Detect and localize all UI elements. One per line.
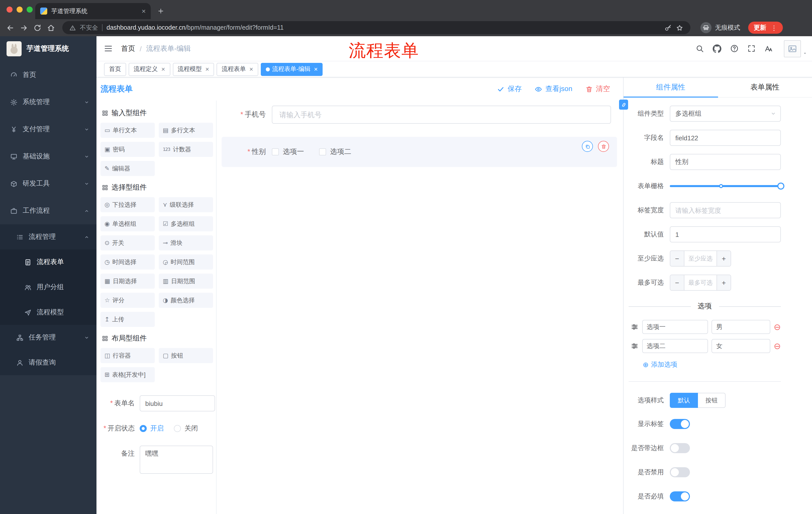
add-option-button[interactable]: ⊕ 添加选项 — [643, 360, 781, 369]
sidebar-item-infrastructure[interactable]: 基础设施 — [0, 143, 96, 170]
palette-item-switch[interactable]: ⊙开关 — [100, 235, 155, 250]
forward-icon[interactable] — [20, 23, 28, 32]
copy-component-button[interactable] — [582, 141, 593, 152]
palette-item-checkbox-group[interactable]: ☑多选框组 — [159, 216, 213, 231]
minimize-window-button[interactable] — [17, 6, 23, 12]
palette-item-cascader[interactable]: ⋎级联选择 — [159, 197, 213, 212]
hamburger-icon[interactable] — [104, 44, 113, 53]
sidebar-logo[interactable]: 芋道管理系统 — [0, 36, 96, 61]
sidebar-item-process-management[interactable]: 流程管理 — [0, 224, 96, 249]
reload-icon[interactable] — [33, 23, 42, 32]
help-icon[interactable] — [730, 44, 738, 53]
form-remark-textarea[interactable]: 嘿嘿 — [140, 445, 213, 474]
home-icon[interactable] — [47, 23, 55, 32]
tag-process-form[interactable]: 流程表单 × — [216, 63, 258, 76]
palette-item-radio-group[interactable]: ◉单选框组 — [100, 216, 155, 231]
tag-process-definition[interactable]: 流程定义 × — [128, 63, 170, 76]
label-width-input[interactable] — [670, 202, 781, 218]
bookmark-star-icon[interactable] — [676, 24, 684, 31]
maximize-window-button[interactable] — [27, 6, 33, 12]
drag-handle-icon[interactable] — [631, 323, 639, 331]
font-size-icon[interactable] — [764, 44, 773, 53]
remove-option-icon[interactable]: ⊖ — [774, 342, 781, 350]
form-canvas[interactable]: *手机号 *性别 选项一 — [216, 101, 623, 514]
option2-label-input[interactable] — [642, 339, 708, 353]
palette-item-editor[interactable]: ✎编辑器 — [100, 161, 155, 176]
tab-close-icon[interactable]: × — [142, 7, 146, 15]
sidebar-item-dev-tools[interactable]: 研发工具 — [0, 170, 96, 197]
clear-button[interactable]: 清空 — [585, 84, 610, 93]
sidebar-item-process-form[interactable]: 流程表单 — [0, 249, 96, 275]
sidebar-item-leave-query[interactable]: 请假查询 — [0, 350, 96, 375]
slider-track[interactable] — [670, 185, 781, 187]
browser-tab[interactable]: 芋道管理系统 × — [35, 3, 151, 19]
sidebar-item-user-group[interactable]: 用户分组 — [0, 275, 96, 300]
key-icon[interactable] — [664, 24, 672, 31]
style-button-button[interactable]: 按钮 — [698, 393, 726, 408]
phone-input[interactable] — [272, 106, 611, 124]
remove-option-icon[interactable]: ⊖ — [774, 323, 781, 331]
sidebar-item-home[interactable]: 首页 — [0, 61, 96, 88]
palette-item-color-picker[interactable]: ◑颜色选择 — [159, 293, 213, 308]
palette-item-upload[interactable]: ↥上传 — [100, 312, 155, 327]
tag-process-form-edit[interactable]: 流程表单-编辑 × — [261, 63, 323, 76]
palette-item-multi-line-text[interactable]: ▤多行文本 — [159, 123, 213, 138]
max-select-input[interactable] — [685, 275, 717, 290]
palette-item-button[interactable]: ▢按钮 — [159, 348, 213, 363]
close-icon[interactable]: × — [314, 66, 318, 73]
palette-item-row-container[interactable]: ◫行容器 — [100, 348, 155, 363]
browser-menu-icon[interactable]: ⋮ — [771, 24, 777, 31]
drag-handle-icon[interactable] — [631, 342, 639, 350]
close-window-button[interactable] — [6, 6, 12, 12]
selected-component[interactable]: *性别 选项一 选项二 — [222, 137, 617, 167]
option1-value-input[interactable] — [712, 320, 770, 334]
sidebar-item-task-management[interactable]: 任务管理 — [0, 325, 96, 350]
close-icon[interactable]: × — [205, 66, 209, 73]
browser-update-button[interactable]: 更新 ⋮ — [748, 22, 783, 34]
decrease-icon[interactable]: − — [670, 251, 685, 266]
palette-item-date-picker[interactable]: ▦日期选择 — [100, 274, 155, 289]
title-input[interactable] — [670, 154, 781, 170]
gender-option2-checkbox[interactable]: 选项二 — [319, 147, 351, 156]
palette-item-time-range[interactable]: ◶时间范围 — [159, 254, 213, 270]
style-default-button[interactable]: 默认 — [670, 393, 698, 408]
tag-home[interactable]: 首页 — [104, 63, 126, 76]
palette-item-table[interactable]: ⊞表格[开发中] — [100, 367, 155, 382]
sidebar-item-workflow[interactable]: 工作流程 — [0, 197, 96, 224]
field-name-input[interactable] — [670, 130, 781, 146]
form-name-input[interactable] — [140, 395, 215, 411]
palette-item-counter[interactable]: 123计数器 — [159, 142, 213, 157]
breadcrumb-home[interactable]: 首页 — [121, 44, 135, 53]
save-button[interactable]: 保存 — [497, 84, 522, 93]
palette-item-date-range[interactable]: ▥日期范围 — [159, 274, 213, 289]
link-icon[interactable] — [619, 100, 628, 110]
tab-form-props[interactable]: 表单属性 — [718, 77, 812, 97]
disabled-switch[interactable] — [670, 467, 690, 477]
security-warning-icon[interactable] — [69, 24, 76, 31]
close-icon[interactable]: × — [249, 66, 253, 73]
view-json-button[interactable]: 查看json — [535, 84, 572, 93]
address-bar[interactable]: 不安全 dashboard.yudao.iocoder.cn/bpm/manag… — [62, 21, 690, 34]
component-type-select[interactable]: 多选框组 — [670, 106, 781, 122]
close-icon[interactable]: × — [161, 66, 165, 73]
back-icon[interactable] — [6, 23, 14, 32]
phone-field-row[interactable]: *手机号 — [222, 106, 617, 124]
palette-item-select[interactable]: ◎下拉选择 — [100, 197, 155, 212]
delete-component-button[interactable] — [598, 141, 609, 152]
border-switch[interactable] — [670, 443, 690, 453]
palette-item-time-picker[interactable]: ◷时间选择 — [100, 254, 155, 270]
form-grid-slider[interactable] — [670, 178, 781, 194]
slider-handle[interactable] — [777, 183, 784, 190]
search-icon[interactable] — [695, 44, 704, 53]
increase-icon[interactable]: + — [717, 251, 731, 266]
gender-option1-checkbox[interactable]: 选项一 — [272, 147, 304, 156]
avatar[interactable] — [784, 40, 801, 57]
palette-item-rate[interactable]: ☆评分 — [100, 293, 155, 308]
sidebar-item-process-model[interactable]: 流程模型 — [0, 300, 96, 325]
decrease-icon[interactable]: − — [670, 275, 685, 290]
option1-label-input[interactable] — [642, 320, 708, 334]
tab-component-props[interactable]: 组件属性 — [624, 77, 718, 97]
status-on-radio[interactable]: 开启 — [140, 424, 164, 433]
user-menu[interactable] — [784, 40, 801, 57]
palette-item-slider[interactable]: ⊸滑块 — [159, 235, 213, 250]
